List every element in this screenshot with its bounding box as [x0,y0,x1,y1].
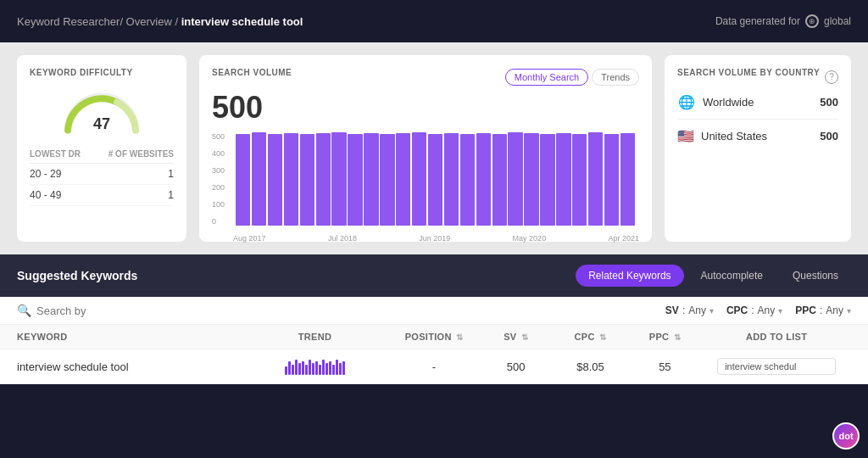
websites-header: # OF WEBSITES [108,149,174,159]
breadcrumb-prefix: Keyword Researcher/ Overview / [17,15,178,28]
chart-bar [252,132,266,226]
country-card: SEARCH VOLUME BY COUNTRY ? 🌐 Worldwide 5… [665,55,851,242]
globe-icon: 🌐 [677,94,696,110]
breadcrumb-keyword: interview schedule tool [181,15,303,28]
dr-range: 40 - 49 [30,189,61,201]
lowest-dr-header: LOWEST DR [30,149,81,159]
y-label: 100 [212,200,225,209]
chart-bar [540,134,554,226]
trend-bar [298,363,301,375]
ppc-filter[interactable]: PPC : Any ▾ [795,304,851,316]
trends-tab[interactable]: Trends [592,69,639,86]
help-icon[interactable]: ? [825,70,838,84]
country-label: SEARCH VOLUME BY COUNTRY [677,68,820,77]
header: Keyword Researcher/ Overview / interview… [0,0,868,42]
country-name: United States [701,130,767,142]
chart-bar [412,132,426,226]
chart-bar [316,133,331,226]
filter-group: SV : Any ▾ CPC : Any ▾ PPC : Any ▾ [665,304,851,316]
suggested-section: Suggested Keywords Related KeywordsAutoc… [0,254,868,384]
cpc-filter[interactable]: CPC : Any ▾ [726,304,782,316]
row-ppc: 55 [627,360,702,373]
trend-bar [295,360,298,375]
ppc-value: Any [826,304,843,316]
difficulty-row: 20 - 291 [30,164,174,185]
chart-y-labels: 5004003002001000 [212,132,225,226]
country-info: 🇺🇸 United States [677,128,767,144]
volume-tabs: Monthly Search Trends [505,69,639,86]
trend-bar [332,365,335,375]
cpc-value: Any [758,304,776,316]
row-trend [241,358,390,375]
col-header-position: POSITION ⇅ [389,332,478,342]
chart-bar [508,132,522,226]
keyword-tab-related-keywords[interactable]: Related Keywords [576,265,683,287]
filters-row: 🔍 SV : Any ▾ CPC : Any ▾ PPC : Any ▾ [0,297,868,325]
svg-text:47: 47 [93,115,110,132]
chart-bar [236,134,250,226]
volume-label: SEARCH VOLUME [212,68,292,77]
y-label: 0 [212,217,225,226]
chart-bar [556,133,570,226]
trend-bar [336,360,338,375]
avatar[interactable]: dot [832,422,860,450]
chart-bar [300,134,314,226]
chart-bar [268,134,282,226]
gauge-svg: 47 [59,86,144,137]
row-position: - [389,360,478,373]
trend-bar [319,365,321,375]
keyword-tab-questions[interactable]: Questions [780,265,851,287]
sv-filter[interactable]: SV : Any ▾ [665,304,714,316]
x-label: Jul 2018 [328,234,357,243]
chart-bar [364,133,378,226]
col-header-trend: TREND [241,332,390,342]
chart-bar [524,133,538,226]
chart-bar [572,134,587,226]
main-cards: KEYWORD DIFFICULTY 47 LOWEST DR # OF WEB… [0,42,868,254]
cpc-colon: : [751,304,754,316]
ppc-chevron-icon: ▾ [847,306,851,316]
country-count: 500 [820,96,838,109]
cpc-label: CPC [726,304,748,316]
monthly-tab[interactable]: Monthly Search [505,69,588,86]
col-header-sv: SV ⇅ [479,332,554,342]
dr-count: 1 [168,168,174,180]
y-label: 200 [212,183,225,192]
col-header-ppc: PPC ⇅ [627,332,702,342]
data-generated-text: Data generated for [715,15,800,27]
dr-range: 20 - 29 [30,168,61,180]
chart-bar [604,134,619,226]
x-label: Apr 2021 [608,234,639,243]
search-input[interactable] [36,304,206,317]
chart-bar [380,134,394,226]
add-to-list-input[interactable] [717,358,836,375]
chart-bar [284,133,298,226]
search-input-wrap: 🔍 [17,304,206,317]
y-label: 400 [212,149,225,158]
country-row: 🇺🇸 United States 500 [677,120,838,153]
chart-bar [476,133,491,226]
keyword-tabs: Related KeywordsAutocompleteQuestions [576,265,851,287]
trend-bar [329,361,331,375]
ppc-label: PPC [795,304,816,316]
dr-count: 1 [168,189,174,201]
chart-bar [460,134,475,226]
trend-bar [339,363,342,375]
trend-mini-bars [285,358,345,375]
chart-bar [620,133,635,226]
difficulty-row: 40 - 491 [30,185,174,206]
trend-bar [309,360,311,375]
search-icon: 🔍 [17,304,31,317]
chart-x-labels: Aug 2017Jul 2018Jun 2019May 2020Apr 2021 [233,234,639,243]
volume-number: 500 [212,90,639,126]
chart-bar [396,133,410,226]
keyword-tab-autocomplete[interactable]: Autocomplete [688,265,776,287]
difficulty-table-headers: LOWEST DR # OF WEBSITES [30,149,174,164]
chart-area: 5004003002001000 Aug 2017Jul 2018Jun 201… [212,132,639,243]
trend-bar [312,363,314,375]
ppc-colon: : [820,304,822,316]
chart-bar [428,134,442,226]
country-header: SEARCH VOLUME BY COUNTRY ? [677,68,838,86]
row-add-to-list[interactable] [702,358,851,375]
x-label: Aug 2017 [233,234,266,243]
